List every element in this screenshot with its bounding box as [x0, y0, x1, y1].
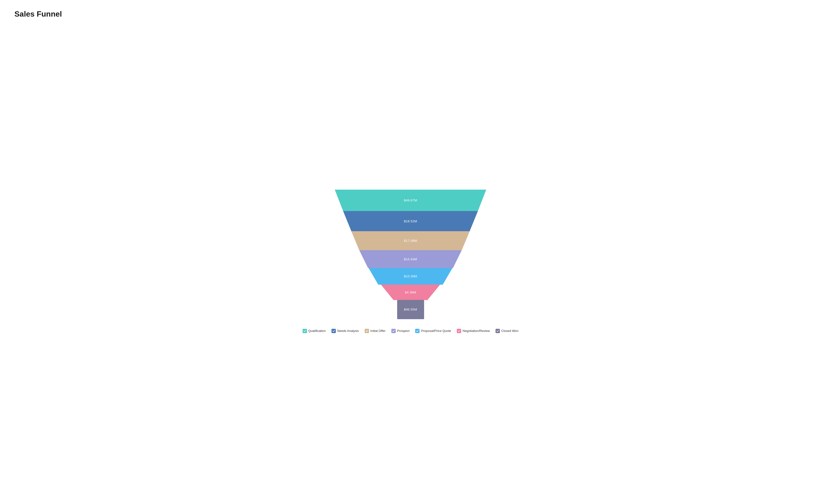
funnel-wrapper: $49.67M$18.52M$17.08M$16.63M$10.30M$4.36…: [326, 190, 495, 319]
funnel-segment-2[interactable]: $17.08M: [343, 231, 478, 250]
funnel-segment-4[interactable]: $10.30M: [362, 268, 459, 285]
legend-item-4: Proposal/Price Quote: [415, 329, 451, 333]
funnel-segment-5[interactable]: $4.36M: [375, 285, 446, 300]
funnel-segment-6[interactable]: $96.55M: [397, 300, 424, 319]
legend-item-3: Prospect: [391, 329, 410, 333]
legend: QualificationNeeds AnalysisInitial Offer…: [298, 329, 523, 333]
legend-item-6: Closed Won: [495, 329, 518, 333]
legend-item-2: Initial Offer: [365, 329, 386, 333]
funnel-segment-1[interactable]: $18.52M: [335, 211, 486, 231]
funnel-segment-0[interactable]: $49.67M: [326, 190, 495, 211]
funnel-chart: $49.67M$18.52M$17.08M$16.63M$10.30M$4.36…: [14, 28, 807, 494]
funnel-segment-3[interactable]: $16.63M: [352, 250, 470, 268]
page-title: Sales Funnel: [14, 10, 807, 19]
legend-item-5: Negotiation/Review: [457, 329, 490, 333]
legend-item-0: Qualification: [303, 329, 326, 333]
legend-item-1: Needs Analysis: [332, 329, 359, 333]
